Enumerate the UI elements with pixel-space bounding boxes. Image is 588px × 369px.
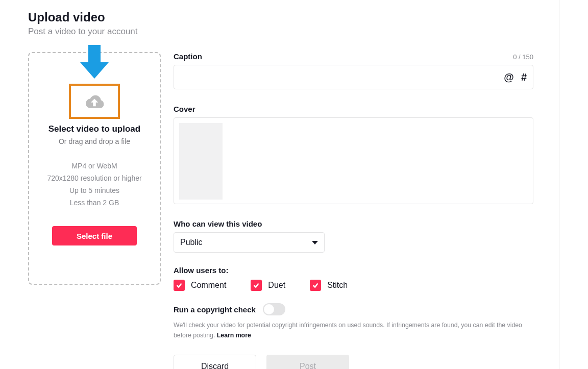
hashtag-button[interactable]: # xyxy=(521,71,527,83)
upload-dropzone[interactable]: Select video to upload Or drag and drop … xyxy=(28,52,161,285)
cover-label: Cover xyxy=(174,105,533,113)
upload-subtitle: Or drag and drop a file xyxy=(59,137,130,145)
caption-input[interactable] xyxy=(181,73,495,82)
check-icon xyxy=(312,282,319,289)
privacy-label: Who can view this video xyxy=(174,219,533,228)
allow-duet-label: Duet xyxy=(268,281,285,290)
caption-box[interactable]: @ # xyxy=(174,65,533,89)
allow-comment-label: Comment xyxy=(191,281,226,290)
allow-stitch-item: Stitch xyxy=(310,280,348,291)
allow-comment-checkbox[interactable] xyxy=(174,280,185,291)
form-panel: Caption 0 / 150 @ # Cover Who can view t… xyxy=(174,52,533,369)
cover-selector[interactable] xyxy=(174,117,533,204)
allow-stitch-checkbox[interactable] xyxy=(310,280,321,291)
copyright-label: Run a copyright check xyxy=(174,305,256,314)
caption-label: Caption xyxy=(174,52,202,61)
allow-stitch-label: Stitch xyxy=(327,281,348,290)
cover-thumbnail-placeholder xyxy=(179,123,223,200)
check-icon xyxy=(253,282,260,289)
allow-duet-item: Duet xyxy=(251,280,285,291)
upload-hint: 720x1280 resolution or higher xyxy=(47,174,141,182)
right-divider xyxy=(559,0,559,369)
allow-label: Allow users to: xyxy=(174,266,533,275)
page-title: Upload video xyxy=(28,10,560,24)
learn-more-link[interactable]: Learn more xyxy=(217,332,251,339)
upload-hint: Less than 2 GB xyxy=(70,199,119,207)
select-file-button[interactable]: Select file xyxy=(52,226,137,245)
allow-comment-item: Comment xyxy=(174,280,226,291)
discard-button[interactable]: Discard xyxy=(174,355,256,369)
mention-button[interactable]: @ xyxy=(504,71,514,83)
privacy-selected-value: Public xyxy=(180,238,203,247)
check-icon xyxy=(176,282,183,289)
caption-char-count: 0 / 150 xyxy=(513,53,533,61)
content: Select video to upload Or drag and drop … xyxy=(28,52,560,369)
blue-arrow-annotation xyxy=(78,45,111,81)
privacy-select[interactable]: Public xyxy=(174,232,325,253)
upload-hint: Up to 5 minutes xyxy=(69,186,119,194)
upload-icon-highlight xyxy=(69,84,120,119)
post-button[interactable]: Post xyxy=(266,355,349,369)
copyright-description: We'll check your video for potential cop… xyxy=(174,321,533,340)
allow-duet-checkbox[interactable] xyxy=(251,280,262,291)
upload-hint: MP4 or WebM xyxy=(71,162,117,170)
cloud-upload-icon xyxy=(83,93,106,110)
caret-down-icon xyxy=(312,241,318,244)
copyright-toggle[interactable] xyxy=(263,303,285,315)
upload-title: Select video to upload xyxy=(48,124,140,134)
toggle-knob xyxy=(264,304,274,314)
page-subtitle: Post a video to your account xyxy=(28,27,560,37)
